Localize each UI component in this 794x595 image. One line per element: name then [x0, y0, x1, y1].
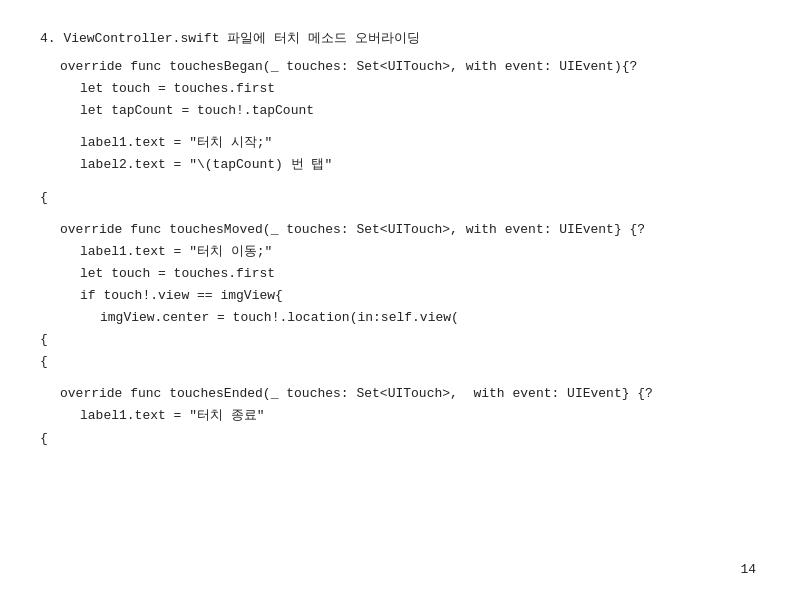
code-line: imgView.center = touch!.location(in:self… [40, 307, 754, 329]
code-line: label2.text = "\(tapCount) 번 탭" [40, 154, 754, 176]
code-line: let tapCount = touch!.tapCount [40, 100, 754, 122]
code-line: override func touchesMoved(_ touches: Se… [40, 219, 754, 241]
code-line: override func touchesBegan(_ touches: Se… [40, 56, 754, 78]
code-line: { [40, 329, 754, 351]
code-line: if touch!.view == imgView{ [40, 285, 754, 307]
code-line: let touch = touches.first [40, 263, 754, 285]
code-line: label1.text = "터치 시작;" [40, 132, 754, 154]
section-heading: 4. ViewController.swift 파일에 터치 메소드 오버라이딩 [40, 28, 754, 50]
main-content: 4. ViewController.swift 파일에 터치 메소드 오버라이딩… [0, 0, 794, 490]
code-line: let touch = touches.first [40, 78, 754, 100]
code-line: override func touchesEnded(_ touches: Se… [40, 383, 754, 405]
code-line: label1.text = "터치 이동;" [40, 241, 754, 263]
code-block: override func touchesBegan(_ touches: Se… [40, 56, 754, 450]
code-line: { [40, 187, 754, 209]
code-line: { [40, 428, 754, 450]
page-number: 14 [740, 562, 756, 577]
code-line: { [40, 351, 754, 373]
code-line: label1.text = "터치 종료" [40, 405, 754, 427]
